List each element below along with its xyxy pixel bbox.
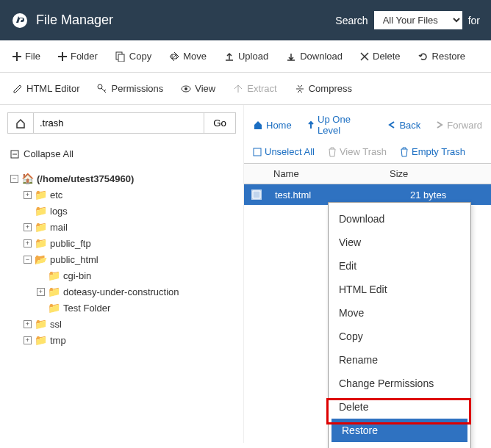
trash-icon	[328, 147, 337, 157]
tree-item-test-folder[interactable]: 📁Test Folder	[10, 300, 233, 316]
expander-icon[interactable]: +	[24, 191, 32, 199]
collapse-all-button[interactable]: Collapse All	[0, 141, 243, 167]
restore-icon	[418, 51, 429, 62]
expander-icon[interactable]: +	[24, 336, 32, 344]
up-icon	[307, 120, 315, 130]
th-size[interactable]: Size	[384, 164, 491, 184]
expander-icon[interactable]: +	[24, 320, 32, 328]
forward-icon	[435, 120, 444, 129]
back-label: Back	[399, 120, 420, 131]
folder-button[interactable]: Folder	[49, 46, 107, 66]
ctx-html-edit[interactable]: HTML Edit	[329, 278, 470, 301]
ctx-compress[interactable]: Compress	[329, 442, 470, 448]
copy-button[interactable]: Copy	[107, 46, 160, 66]
home-icon	[15, 118, 26, 129]
tree-item-logs[interactable]: 📁logs	[10, 203, 233, 219]
ctx-move[interactable]: Move	[329, 301, 470, 325]
compress-button[interactable]: Compress	[286, 79, 361, 98]
compress-icon	[295, 84, 305, 94]
extract-label: Extract	[247, 83, 276, 94]
upload-button[interactable]: Upload	[215, 46, 277, 66]
tree-root[interactable]: −🏠(/home/utest3754960)	[10, 170, 233, 187]
html-editor-button[interactable]: HTML Editor	[4, 79, 88, 98]
tree-item-etc[interactable]: +📁etc	[10, 187, 233, 203]
expander-icon[interactable]: +	[37, 288, 45, 296]
up-link[interactable]: Up One Level	[307, 114, 373, 136]
tree-item-tmp[interactable]: +📁tmp	[10, 332, 233, 348]
svg-point-4	[184, 87, 187, 90]
unselect-all-link[interactable]: Unselect All	[253, 146, 315, 157]
ctx-restore[interactable]: Restore	[331, 419, 467, 442]
folder-icon: 📁	[48, 302, 60, 314]
delete-button[interactable]: Delete	[351, 46, 409, 66]
html-editor-label: HTML Editor	[26, 83, 79, 94]
restore-label: Restore	[432, 51, 466, 62]
download-label: Download	[300, 51, 343, 62]
tree-label: mail	[50, 222, 68, 233]
eye-icon	[181, 84, 191, 94]
tree-label: public_html	[50, 254, 98, 265]
expander-icon[interactable]: −	[10, 175, 18, 183]
search-select[interactable]: All Your Files	[374, 11, 462, 29]
view-trash-label: View Trash	[340, 146, 387, 157]
permissions-button[interactable]: Permissions	[88, 79, 172, 98]
ctx-delete[interactable]: Delete	[329, 395, 470, 419]
tree-item-doteasy[interactable]: +📁doteasy-under-construction	[10, 283, 233, 300]
empty-trash-link[interactable]: Empty Trash	[400, 146, 465, 157]
for-label: for	[468, 15, 480, 26]
edit-icon	[12, 84, 23, 94]
copy-label: Copy	[129, 51, 151, 62]
plus-icon	[12, 52, 21, 61]
view-button[interactable]: View	[172, 79, 224, 98]
ctx-download[interactable]: Download	[329, 207, 470, 231]
folder-icon: 📁	[35, 334, 47, 346]
folder-icon: 📁	[35, 237, 47, 249]
cpanel-icon	[11, 12, 29, 29]
home-link[interactable]: Home	[253, 114, 292, 136]
tree-label: ssl	[50, 319, 62, 330]
view-label: View	[195, 83, 215, 94]
path-input[interactable]	[34, 112, 204, 134]
ctx-rename[interactable]: Rename	[329, 348, 470, 372]
tree-item-public-html[interactable]: −📂public_html	[10, 251, 233, 267]
ctx-view[interactable]: View	[329, 231, 470, 254]
upload-icon	[224, 51, 234, 62]
home-label: Home	[266, 120, 292, 131]
th-name[interactable]: Name	[244, 164, 384, 184]
file-icon	[250, 188, 270, 201]
expander-icon[interactable]: +	[24, 239, 32, 248]
extract-button: Extract	[224, 79, 285, 98]
tree-root-label: (/home/utest3754960)	[37, 173, 134, 184]
move-button[interactable]: Move	[160, 46, 215, 66]
ctx-change-permissions[interactable]: Change Permissions	[329, 372, 470, 395]
back-link[interactable]: Back	[387, 114, 420, 136]
ctx-copy[interactable]: Copy	[329, 325, 470, 348]
tree-label: tmp	[50, 335, 66, 346]
expander-icon[interactable]: −	[24, 256, 32, 264]
plus-icon	[58, 52, 67, 61]
tree-item-mail[interactable]: +📁mail	[10, 219, 233, 235]
svg-rect-6	[254, 148, 261, 156]
delete-label: Delete	[373, 51, 401, 62]
ctx-edit[interactable]: Edit	[329, 254, 470, 278]
download-button[interactable]: Download	[277, 46, 351, 66]
collapse-all-label: Collapse All	[24, 148, 74, 159]
tree-item-ssl[interactable]: +📁ssl	[10, 316, 233, 332]
tree-label: Test Folder	[63, 303, 110, 314]
trash-icon	[400, 147, 409, 157]
tree-item-public-ftp[interactable]: +📁public_ftp	[10, 235, 233, 251]
search-label: Search	[335, 15, 368, 26]
restore-button[interactable]: Restore	[409, 46, 475, 66]
home-icon: 🏠	[21, 173, 34, 184]
compress-label: Compress	[309, 83, 352, 94]
file-label: File	[25, 51, 40, 62]
folder-open-icon: 📂	[35, 253, 47, 265]
folder-label: Folder	[71, 51, 98, 62]
file-button[interactable]: File	[4, 46, 49, 66]
path-home-button[interactable]	[7, 112, 34, 134]
go-button[interactable]: Go	[204, 112, 236, 134]
tree-item-cgi-bin[interactable]: 📁cgi-bin	[10, 267, 233, 283]
expander-icon[interactable]: +	[24, 223, 32, 231]
tree-label: etc	[50, 189, 62, 200]
folder-icon: 📁	[48, 286, 60, 297]
